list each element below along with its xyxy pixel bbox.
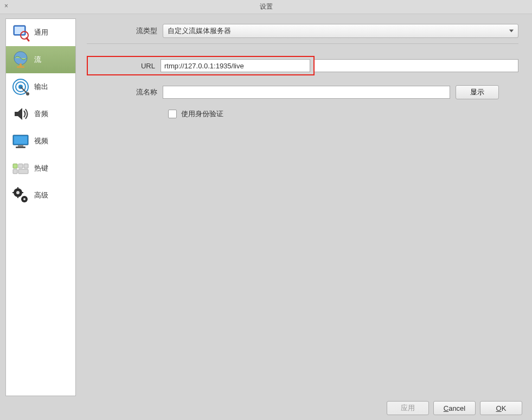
url-row: URL (87, 56, 518, 75)
window-body: 通用 流 (0, 14, 532, 396)
main-panel: 流类型 自定义流媒体服务器 URL 流名称 显示 使用身份验证 (76, 18, 527, 396)
sidebar-item-label: 视频 (34, 136, 48, 146)
sidebar-item-stream[interactable]: 流 (6, 46, 75, 73)
svg-rect-19 (13, 169, 17, 174)
stream-key-label: 流名称 (87, 87, 163, 97)
window-title: 设置 (260, 2, 273, 11)
sidebar-item-advanced[interactable]: 高级 (6, 182, 75, 209)
sidebar-item-video[interactable]: 视频 (6, 128, 75, 155)
stream-icon (10, 49, 31, 70)
svg-rect-1 (15, 27, 24, 34)
apply-button[interactable]: 应用 (387, 401, 429, 415)
svg-line-3 (27, 38, 29, 41)
video-icon (10, 131, 31, 151)
separator (87, 43, 518, 44)
sidebar-item-label: 通用 (34, 28, 48, 37)
svg-rect-14 (18, 145, 23, 147)
hotkeys-icon (10, 158, 31, 179)
output-icon (10, 77, 31, 97)
sidebar-item-label: 热键 (34, 163, 48, 173)
svg-point-28 (23, 198, 25, 200)
sidebar-item-label: 输出 (34, 82, 48, 92)
url-label: URL (88, 62, 161, 70)
stream-type-value: 自定义流媒体服务器 (168, 26, 231, 36)
svg-rect-20 (18, 169, 28, 174)
sidebar: 通用 流 (5, 18, 76, 396)
auth-row: 使用身份验证 (168, 109, 518, 119)
auth-checkbox-label: 使用身份验证 (181, 109, 223, 119)
sidebar-item-label: 音频 (34, 109, 48, 119)
titlebar: × 设置 (0, 0, 532, 14)
stream-type-dropdown[interactable]: 自定义流媒体服务器 (163, 24, 518, 38)
svg-rect-24 (17, 196, 18, 198)
footer: 应用 Cancel OK (0, 396, 532, 420)
audio-icon (10, 104, 31, 124)
svg-rect-25 (12, 192, 15, 193)
url-highlight-box: URL (87, 56, 315, 75)
show-button[interactable]: 显示 (456, 85, 499, 99)
general-icon (10, 22, 31, 43)
sidebar-item-output[interactable]: 输出 (6, 73, 75, 100)
svg-rect-26 (21, 192, 23, 193)
svg-rect-17 (18, 164, 23, 168)
stream-type-label: 流类型 (87, 26, 163, 36)
svg-point-22 (16, 191, 20, 194)
stream-key-row: 流名称 显示 (87, 85, 518, 99)
svg-rect-18 (24, 164, 28, 168)
cancel-button[interactable]: Cancel (433, 401, 476, 415)
svg-rect-6 (17, 66, 24, 68)
svg-rect-16 (13, 164, 17, 168)
advanced-icon (10, 185, 31, 206)
auth-checkbox[interactable] (168, 110, 177, 118)
url-input[interactable] (161, 59, 310, 72)
svg-rect-23 (17, 187, 18, 189)
sidebar-item-label: 高级 (34, 190, 48, 200)
url-input-extension[interactable] (315, 59, 518, 72)
svg-rect-15 (16, 147, 25, 148)
sidebar-item-label: 流 (34, 55, 41, 65)
ok-button[interactable]: OK (480, 401, 522, 415)
close-icon[interactable]: × (4, 2, 8, 10)
stream-key-input[interactable] (163, 86, 450, 99)
sidebar-item-hotkeys[interactable]: 热键 (6, 155, 75, 182)
sidebar-item-general[interactable]: 通用 (6, 19, 75, 46)
sidebar-item-audio[interactable]: 音频 (6, 100, 75, 128)
svg-rect-13 (14, 136, 27, 144)
chevron-down-icon (509, 30, 514, 33)
stream-type-row: 流类型 自定义流媒体服务器 (87, 24, 518, 38)
svg-point-11 (26, 92, 29, 96)
